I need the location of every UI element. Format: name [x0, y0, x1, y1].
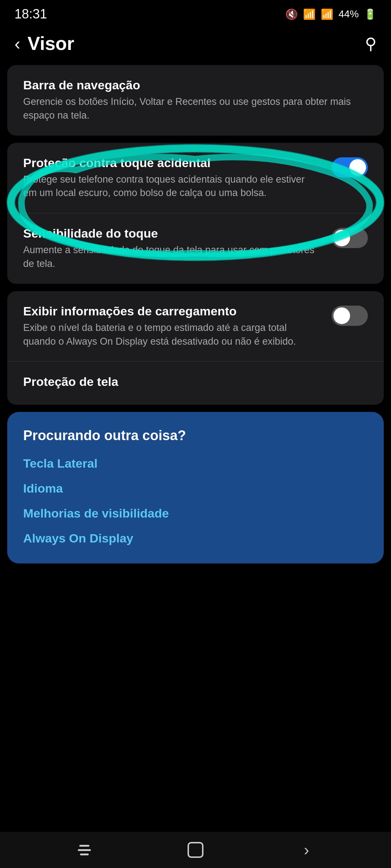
wifi-icon: 📶: [303, 8, 316, 20]
home-button[interactable]: [181, 839, 210, 861]
bottom-navigation: ›: [0, 832, 391, 868]
suggestion-link-lateral[interactable]: Tecla Lateral: [23, 456, 368, 471]
battery-icon: 🔋: [364, 8, 377, 20]
suggestion-card: Procurando outra coisa? Tecla Lateral Id…: [7, 412, 384, 563]
charging-info-text: Exibir informações de carregamento Exibe…: [23, 304, 321, 349]
accidental-touch-text: Proteção contra toque acidental Protege …: [23, 156, 321, 200]
mute-icon: 🔇: [285, 8, 298, 20]
touch-sensitivity-item[interactable]: Sensibilidade do toque Aumente a sensibi…: [7, 213, 384, 284]
screen-protection-title: Proteção de tela: [23, 375, 357, 389]
status-bar: 18:31 🔇 📶 📶 44% 🔋: [0, 0, 391, 25]
search-button[interactable]: ⚲: [365, 34, 377, 53]
accidental-touch-title: Proteção contra toque acidental: [23, 156, 321, 170]
charging-info-title: Exibir informações de carregamento: [23, 304, 321, 318]
toggle-knob: [349, 159, 366, 176]
accidental-touch-toggle[interactable]: [332, 157, 368, 178]
toggle-knob-3: [333, 307, 350, 324]
navigation-bar-text: Barra de navegação Gerencie os botões In…: [23, 78, 357, 123]
recent-apps-icon: [78, 845, 91, 855]
battery-indicator: 44%: [339, 8, 359, 20]
suggestion-link-aod[interactable]: Always On Display: [23, 531, 368, 545]
navigation-bar-desc: Gerencie os botões Início, Voltar e Rece…: [23, 95, 357, 123]
page-title: Visor: [28, 33, 74, 54]
page-header: ‹ Visor ⚲: [0, 25, 391, 65]
navigation-bar-title: Barra de navegação: [23, 78, 357, 92]
screen-protection-text: Proteção de tela: [23, 375, 357, 392]
charging-info-desc: Exibe o nível da bateria e o tempo estim…: [23, 321, 321, 349]
header-left: ‹ Visor: [14, 33, 74, 54]
navigation-bar-item[interactable]: Barra de navegação Gerencie os botões In…: [7, 65, 384, 136]
suggestion-link-visibilidade[interactable]: Melhorias de visibilidade: [23, 506, 368, 520]
accidental-touch-item[interactable]: Proteção contra toque acidental Protege …: [7, 143, 384, 214]
suggestion-title: Procurando outra coisa?: [23, 428, 368, 443]
screen-protection-item[interactable]: Proteção de tela: [7, 362, 384, 405]
touch-sensitivity-desc: Aumente a sensibilidade do toque da tela…: [23, 243, 321, 271]
home-icon: [188, 842, 203, 858]
signal-icon: 📶: [321, 8, 333, 20]
suggestion-link-idioma[interactable]: Idioma: [23, 481, 368, 495]
recent-apps-button[interactable]: [70, 839, 99, 861]
charging-card: Exibir informações de carregamento Exibe…: [7, 291, 384, 405]
back-button[interactable]: ‹: [14, 34, 20, 54]
touch-sensitivity-text: Sensibilidade do toque Aumente a sensibi…: [23, 226, 321, 271]
accidental-touch-desc: Protege seu telefone contra toques acide…: [23, 173, 321, 200]
status-time: 18:31: [14, 7, 47, 22]
toggle-knob-2: [333, 230, 350, 246]
charging-info-item[interactable]: Exibir informações de carregamento Exibe…: [7, 291, 384, 362]
navigation-bar-card: Barra de navegação Gerencie os botões In…: [7, 65, 384, 136]
charging-info-toggle[interactable]: [332, 306, 368, 326]
touch-sensitivity-title: Sensibilidade do toque: [23, 226, 321, 241]
touch-settings-card: Proteção contra toque acidental Protege …: [7, 143, 384, 284]
back-chevron-icon: ›: [304, 841, 309, 859]
status-icons: 🔇 📶 📶 44% 🔋: [285, 8, 377, 20]
back-button-nav[interactable]: ›: [292, 839, 321, 861]
touch-sensitivity-toggle[interactable]: [332, 228, 368, 248]
